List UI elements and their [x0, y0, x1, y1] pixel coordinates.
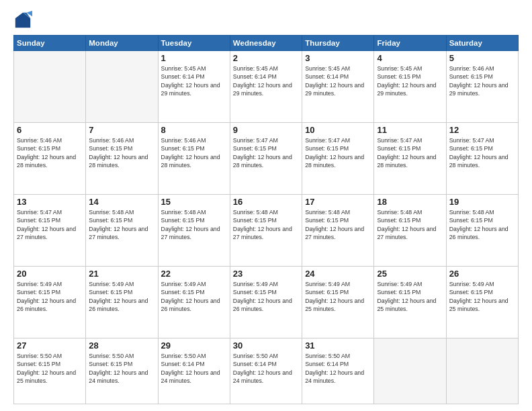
week-row-2: 6Sunrise: 5:46 AM Sunset: 6:15 PM Daylig…	[14, 123, 519, 195]
calendar-cell: 23Sunrise: 5:49 AM Sunset: 6:15 PM Dayli…	[230, 267, 302, 338]
calendar-cell: 16Sunrise: 5:48 AM Sunset: 6:15 PM Dayli…	[230, 195, 302, 267]
day-number: 26	[449, 269, 515, 279]
day-info: Sunrise: 5:49 AM Sunset: 6:15 PM Dayligh…	[449, 280, 515, 313]
calendar-cell: 27Sunrise: 5:50 AM Sunset: 6:15 PM Dayli…	[14, 338, 86, 404]
day-info: Sunrise: 5:45 AM Sunset: 6:14 PM Dayligh…	[305, 64, 371, 97]
calendar-cell	[86, 51, 158, 123]
day-number: 13	[17, 197, 83, 207]
day-info: Sunrise: 5:49 AM Sunset: 6:15 PM Dayligh…	[377, 280, 443, 313]
day-info: Sunrise: 5:46 AM Sunset: 6:15 PM Dayligh…	[161, 136, 227, 169]
calendar-cell	[446, 338, 518, 404]
day-info: Sunrise: 5:48 AM Sunset: 6:15 PM Dayligh…	[161, 208, 227, 241]
calendar-cell: 9Sunrise: 5:47 AM Sunset: 6:15 PM Daylig…	[230, 123, 302, 195]
day-info: Sunrise: 5:46 AM Sunset: 6:15 PM Dayligh…	[89, 136, 154, 169]
day-number: 6	[17, 125, 83, 135]
day-info: Sunrise: 5:49 AM Sunset: 6:15 PM Dayligh…	[89, 280, 154, 313]
day-number: 4	[377, 53, 443, 63]
calendar-cell: 26Sunrise: 5:49 AM Sunset: 6:15 PM Dayli…	[446, 267, 518, 338]
calendar-cell: 13Sunrise: 5:47 AM Sunset: 6:15 PM Dayli…	[14, 195, 86, 267]
day-number: 31	[305, 340, 371, 351]
calendar-cell: 4Sunrise: 5:45 AM Sunset: 6:15 PM Daylig…	[374, 51, 446, 123]
day-info: Sunrise: 5:46 AM Sunset: 6:15 PM Dayligh…	[17, 136, 83, 169]
day-info: Sunrise: 5:49 AM Sunset: 6:15 PM Dayligh…	[17, 280, 83, 313]
weekday-wednesday: Wednesday	[230, 36, 302, 51]
calendar-cell: 15Sunrise: 5:48 AM Sunset: 6:15 PM Dayli…	[158, 195, 230, 267]
day-info: Sunrise: 5:50 AM Sunset: 6:14 PM Dayligh…	[305, 352, 371, 385]
day-info: Sunrise: 5:48 AM Sunset: 6:15 PM Dayligh…	[305, 208, 371, 241]
logo	[13, 11, 35, 30]
day-number: 11	[377, 125, 443, 135]
calendar-cell: 5Sunrise: 5:46 AM Sunset: 6:15 PM Daylig…	[446, 51, 518, 123]
calendar-cell: 29Sunrise: 5:50 AM Sunset: 6:14 PM Dayli…	[158, 338, 230, 404]
calendar-cell: 28Sunrise: 5:50 AM Sunset: 6:15 PM Dayli…	[86, 338, 158, 404]
day-info: Sunrise: 5:50 AM Sunset: 6:15 PM Dayligh…	[17, 352, 83, 385]
calendar-cell: 2Sunrise: 5:45 AM Sunset: 6:14 PM Daylig…	[230, 51, 302, 123]
calendar-cell: 10Sunrise: 5:47 AM Sunset: 6:15 PM Dayli…	[302, 123, 374, 195]
day-info: Sunrise: 5:46 AM Sunset: 6:15 PM Dayligh…	[449, 64, 515, 97]
day-number: 28	[89, 340, 154, 351]
day-number: 25	[377, 269, 443, 279]
day-number: 20	[17, 269, 83, 279]
weekday-thursday: Thursday	[302, 36, 374, 51]
header	[13, 11, 519, 30]
day-number: 9	[233, 125, 299, 135]
day-info: Sunrise: 5:48 AM Sunset: 6:15 PM Dayligh…	[233, 208, 299, 241]
day-info: Sunrise: 5:50 AM Sunset: 6:14 PM Dayligh…	[161, 352, 227, 385]
calendar-cell: 19Sunrise: 5:48 AM Sunset: 6:15 PM Dayli…	[446, 195, 518, 267]
day-number: 15	[161, 197, 227, 207]
calendar-cell: 20Sunrise: 5:49 AM Sunset: 6:15 PM Dayli…	[14, 267, 86, 338]
weekday-monday: Monday	[86, 36, 158, 51]
day-info: Sunrise: 5:47 AM Sunset: 6:15 PM Dayligh…	[449, 136, 515, 169]
day-info: Sunrise: 5:45 AM Sunset: 6:15 PM Dayligh…	[377, 64, 443, 97]
weekday-friday: Friday	[374, 36, 446, 51]
calendar-cell: 21Sunrise: 5:49 AM Sunset: 6:15 PM Dayli…	[86, 267, 158, 338]
day-number: 10	[305, 125, 371, 135]
day-info: Sunrise: 5:45 AM Sunset: 6:14 PM Dayligh…	[161, 64, 227, 97]
calendar-cell: 8Sunrise: 5:46 AM Sunset: 6:15 PM Daylig…	[158, 123, 230, 195]
day-info: Sunrise: 5:48 AM Sunset: 6:15 PM Dayligh…	[449, 208, 515, 241]
day-number: 2	[233, 53, 299, 63]
day-number: 1	[161, 53, 227, 63]
day-number: 8	[161, 125, 227, 135]
day-number: 16	[233, 197, 299, 207]
day-number: 29	[161, 340, 227, 351]
calendar-cell: 31Sunrise: 5:50 AM Sunset: 6:14 PM Dayli…	[302, 338, 374, 404]
day-number: 3	[305, 53, 371, 63]
calendar-cell: 18Sunrise: 5:48 AM Sunset: 6:15 PM Dayli…	[374, 195, 446, 267]
day-number: 17	[305, 197, 371, 207]
calendar-cell	[14, 51, 86, 123]
day-number: 27	[17, 340, 83, 351]
calendar-cell: 14Sunrise: 5:48 AM Sunset: 6:15 PM Dayli…	[86, 195, 158, 267]
weekday-sunday: Sunday	[14, 36, 86, 51]
calendar-table: SundayMondayTuesdayWednesdayThursdayFrid…	[13, 35, 519, 404]
day-info: Sunrise: 5:48 AM Sunset: 6:15 PM Dayligh…	[89, 208, 154, 241]
calendar-cell: 6Sunrise: 5:46 AM Sunset: 6:15 PM Daylig…	[14, 123, 86, 195]
calendar-cell: 1Sunrise: 5:45 AM Sunset: 6:14 PM Daylig…	[158, 51, 230, 123]
day-number: 30	[233, 340, 299, 351]
calendar-cell: 22Sunrise: 5:49 AM Sunset: 6:15 PM Dayli…	[158, 267, 230, 338]
day-info: Sunrise: 5:50 AM Sunset: 6:15 PM Dayligh…	[89, 352, 154, 385]
day-number: 24	[305, 269, 371, 279]
calendar-cell: 17Sunrise: 5:48 AM Sunset: 6:15 PM Dayli…	[302, 195, 374, 267]
calendar-cell: 30Sunrise: 5:50 AM Sunset: 6:14 PM Dayli…	[230, 338, 302, 404]
day-number: 19	[449, 197, 515, 207]
weekday-header-row: SundayMondayTuesdayWednesdayThursdayFrid…	[14, 36, 519, 51]
day-info: Sunrise: 5:47 AM Sunset: 6:15 PM Dayligh…	[305, 136, 371, 169]
day-info: Sunrise: 5:45 AM Sunset: 6:14 PM Dayligh…	[233, 64, 299, 97]
day-number: 23	[233, 269, 299, 279]
day-info: Sunrise: 5:49 AM Sunset: 6:15 PM Dayligh…	[233, 280, 299, 313]
week-row-5: 27Sunrise: 5:50 AM Sunset: 6:15 PM Dayli…	[14, 338, 519, 404]
day-info: Sunrise: 5:47 AM Sunset: 6:15 PM Dayligh…	[377, 136, 443, 169]
week-row-1: 1Sunrise: 5:45 AM Sunset: 6:14 PM Daylig…	[14, 51, 519, 123]
day-number: 5	[449, 53, 515, 63]
calendar-cell: 11Sunrise: 5:47 AM Sunset: 6:15 PM Dayli…	[374, 123, 446, 195]
day-info: Sunrise: 5:48 AM Sunset: 6:15 PM Dayligh…	[377, 208, 443, 241]
logo-icon	[13, 11, 32, 30]
calendar-cell: 7Sunrise: 5:46 AM Sunset: 6:15 PM Daylig…	[86, 123, 158, 195]
weekday-saturday: Saturday	[446, 36, 518, 51]
day-number: 18	[377, 197, 443, 207]
day-number: 22	[161, 269, 227, 279]
calendar-cell: 3Sunrise: 5:45 AM Sunset: 6:14 PM Daylig…	[302, 51, 374, 123]
day-info: Sunrise: 5:49 AM Sunset: 6:15 PM Dayligh…	[305, 280, 371, 313]
day-info: Sunrise: 5:47 AM Sunset: 6:15 PM Dayligh…	[17, 208, 83, 241]
